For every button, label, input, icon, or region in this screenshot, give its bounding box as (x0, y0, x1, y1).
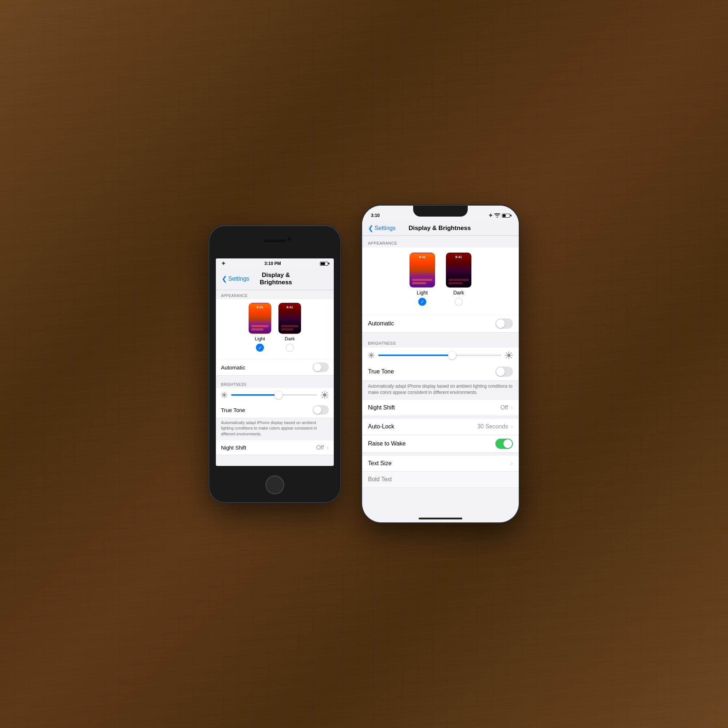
check-icon-x: ✓ (421, 299, 424, 305)
night-shift-value-se: Off (316, 444, 324, 451)
wifi-icon-x (494, 213, 500, 218)
dark-bar2-x (448, 282, 463, 284)
auto-lock-value-x: 30 Seconds (477, 423, 508, 430)
light-bars-se (251, 325, 269, 330)
battery-fill-se (321, 262, 325, 265)
screen-x: 3:10 ✈ ❮ Settings Display (362, 206, 519, 522)
auto-lock-label-x: Auto-Lock (368, 423, 394, 430)
dark-unselected-se[interactable] (286, 344, 294, 352)
home-button-se[interactable] (265, 476, 284, 494)
battery-icon-se (320, 262, 328, 266)
automatic-label-se: Automatic (221, 364, 245, 370)
light-option-x[interactable]: 9:41 Light ✓ (410, 252, 435, 306)
true-tone-toggle-se[interactable] (313, 405, 329, 414)
raise-wake-row-x: Raise to Wake (362, 435, 519, 453)
brightness-thumb-se[interactable] (274, 391, 283, 399)
auto-lock-row-x[interactable]: Auto-Lock 30 Seconds › (362, 419, 519, 435)
appearance-header-x: APPEARANCE (362, 236, 519, 248)
dark-bars-se (281, 325, 298, 330)
check-icon-se: ✓ (258, 345, 262, 350)
night-shift-arrow-x: › (511, 404, 513, 411)
text-size-row-x[interactable]: Text Size › (362, 456, 519, 472)
bold-text-row-x: Bold Text (362, 472, 519, 488)
back-chevron-x: ❮ (368, 225, 373, 231)
dark-unselected-x[interactable] (455, 298, 463, 306)
dark-time-se: 9:41 (279, 305, 301, 309)
dark-bar2-se (281, 328, 294, 330)
dark-option-se[interactable]: 9:41 Dark (278, 303, 301, 352)
appearance-options-se: 9:41 Light ✓ 9:41 (221, 303, 329, 352)
dark-bar1-se (281, 325, 298, 327)
back-label-x: Settings (375, 225, 396, 231)
svg-line-15 (327, 397, 327, 398)
brightness-section-x: True Tone (362, 348, 519, 381)
svg-line-17 (322, 397, 323, 398)
sun-large-icon-x (505, 351, 513, 359)
light-selected-x[interactable]: ✓ (418, 298, 426, 306)
svg-point-27 (508, 354, 511, 357)
divider2-x (362, 416, 519, 419)
notch-x (413, 206, 468, 217)
svg-line-25 (373, 353, 373, 354)
light-selected-se[interactable]: ✓ (256, 344, 264, 352)
svg-line-24 (373, 357, 373, 358)
svg-line-14 (322, 392, 323, 393)
svg-line-35 (506, 357, 508, 358)
status-icons-se (320, 262, 328, 266)
dark-option-x[interactable]: 9:41 Dark (446, 252, 471, 306)
true-tone-row-se: True Tone (216, 402, 334, 418)
true-tone-thumb-x (496, 367, 505, 376)
sun-small-icon-se (221, 392, 228, 398)
svg-line-34 (511, 353, 512, 354)
dark-label-x: Dark (453, 290, 464, 295)
light-option-se[interactable]: 9:41 Light ✓ (249, 303, 271, 352)
brightness-section-se: True Tone (216, 388, 334, 418)
light-time-se: 9:41 (249, 305, 271, 309)
iphone-se: ✈ 3:10 PM ❮ Settings Display & Brightnes… (209, 226, 340, 502)
automatic-row-x: Automatic (362, 315, 519, 333)
dark-bar1-x (448, 279, 469, 281)
night-shift-row-se[interactable]: Night Shift Off › (216, 440, 334, 455)
time-se: 3:10 PM (264, 261, 281, 266)
svg-point-9 (323, 393, 327, 397)
true-tone-thumb-se (314, 406, 321, 414)
text-size-arrow-x: › (511, 460, 513, 466)
light-time-x: 9:41 (410, 255, 434, 259)
brightness-fill-se (231, 394, 278, 396)
brightness-slider-row-se (216, 388, 334, 402)
automatic-toggle-se[interactable] (313, 362, 329, 372)
back-chevron-se: ❮ (222, 275, 227, 282)
dark-thumb-se: 9:41 (278, 303, 301, 334)
brightness-header-se: BRIGHTNESS (216, 379, 334, 388)
appearance-section-x: 9:41 Light ✓ 9:41 (362, 248, 519, 315)
light-bar2-se (251, 328, 263, 330)
svg-line-16 (327, 392, 327, 393)
nav-title-se: Display & Brightness (249, 272, 303, 286)
night-shift-row-x[interactable]: Night Shift Off › (362, 400, 519, 416)
true-tone-toggle-x[interactable] (496, 367, 513, 377)
divider3-x (362, 453, 519, 456)
svg-line-7 (226, 393, 226, 393)
back-button-se[interactable]: ❮ Settings (222, 275, 249, 282)
back-button-x[interactable]: ❮ Settings (368, 225, 396, 231)
night-shift-value-x: Off (500, 404, 508, 411)
automatic-toggle-x[interactable] (496, 318, 513, 329)
automatic-toggle-thumb-x (496, 319, 505, 328)
light-bar1-se (251, 325, 269, 327)
nav-bar-se: ❮ Settings Display & Brightness (216, 269, 334, 290)
auto-lock-arrow-x: › (511, 423, 513, 430)
bold-text-label-x: Bold Text (368, 476, 392, 483)
svg-point-0 (223, 394, 226, 396)
brightness-track-x[interactable] (378, 355, 501, 356)
automatic-toggle-thumb-se (314, 363, 321, 371)
brightness-track-se[interactable] (231, 394, 317, 396)
speaker (264, 240, 286, 242)
sun-large-icon-se (321, 391, 329, 399)
brightness-thumb-x[interactable] (448, 351, 456, 359)
light-label-se: Light (255, 336, 265, 341)
brightness-fill-x (378, 355, 452, 356)
camera (288, 237, 291, 241)
raise-wake-toggle-x[interactable] (496, 439, 513, 449)
night-shift-label-x: Night Shift (368, 404, 395, 411)
light-label-x: Light (417, 290, 428, 295)
